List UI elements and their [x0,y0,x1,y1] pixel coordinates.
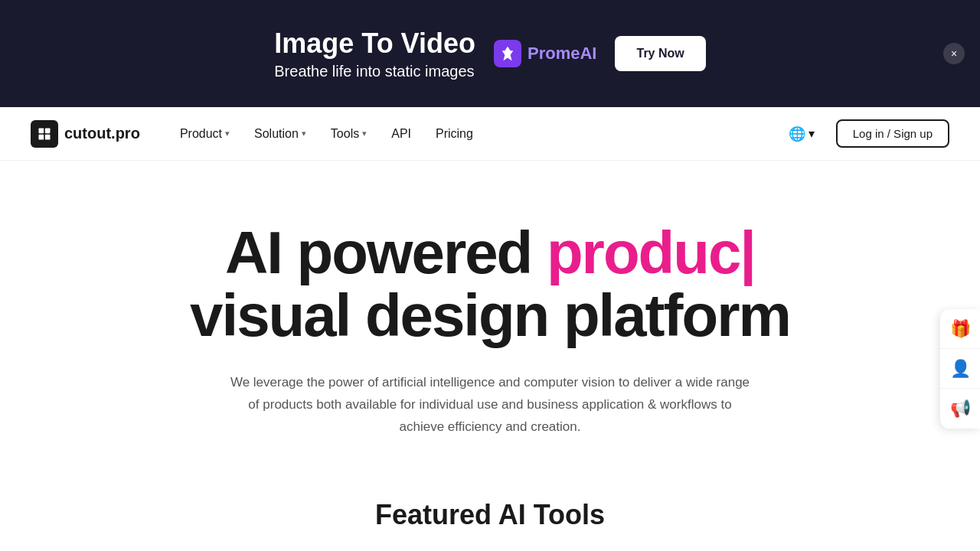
promo-banner: Image To Video Breathe life into static … [0,0,980,107]
nav-pricing-label: Pricing [436,127,473,141]
nav-solution-label: Solution [254,127,299,141]
svg-rect-3 [45,134,51,139]
nav-product-label: Product [180,127,222,141]
nav-tools-chevron: ▾ [362,129,367,139]
promeai-icon [494,40,521,67]
navbar: cutout.pro Product ▾ Solution ▾ Tools ▾ … [0,107,980,161]
nav-tools-label: Tools [331,127,359,141]
nav-tools[interactable]: Tools ▾ [322,121,376,147]
try-now-button[interactable]: Try Now [615,36,705,71]
nav-links: Product ▾ Solution ▾ Tools ▾ API Pricing [171,121,779,147]
nav-product[interactable]: Product ▾ [171,121,239,147]
svg-rect-1 [45,128,51,133]
gift-button[interactable]: 🎁 [940,309,980,349]
svg-rect-2 [39,134,44,139]
logo-text: cutout.pro [64,125,140,142]
banner-text: Image To Video Breathe life into static … [274,28,475,80]
alert-button[interactable]: 📢 [940,389,980,429]
nav-right: 🌐 ▾ Log in / Sign up [779,119,949,148]
logo[interactable]: cutout.pro [31,120,140,148]
featured-ai-tools-title: Featured AI Tools [0,484,980,531]
banner-close-button[interactable]: × [943,43,965,64]
nav-api[interactable]: API [382,121,420,147]
nav-product-chevron: ▾ [225,129,230,139]
user-support-button[interactable]: 👤 [940,349,980,389]
banner-title: Image To Video [274,28,475,60]
lang-chevron: ▾ [808,126,815,141]
hero-section: AI powered produc visual design platform… [0,161,980,484]
language-selector[interactable]: 🌐 ▾ [779,119,824,148]
promeai-name: PromeAI [528,44,596,64]
banner-logo: PromeAI [494,40,596,67]
hero-description: We leverage the power of artificial inte… [230,372,750,439]
hero-heading-suffix: visual design platform [190,282,790,349]
floating-sidebar: 🎁 👤 📢 [940,309,980,429]
lang-icon: 🌐 [789,126,805,142]
banner-subtitle: Breathe life into static images [274,63,475,80]
nav-api-label: API [391,127,411,141]
login-signup-button[interactable]: Log in / Sign up [836,119,949,148]
hero-heading-prefix: AI powered [225,219,547,286]
nav-solution-chevron: ▾ [302,129,306,139]
hero-heading: AI powered produc visual design platform [126,222,854,347]
nav-solution[interactable]: Solution ▾ [245,121,315,147]
logo-icon [31,120,58,148]
nav-pricing[interactable]: Pricing [426,121,482,147]
hero-heading-highlight: produc [547,219,755,286]
svg-rect-0 [39,128,44,133]
